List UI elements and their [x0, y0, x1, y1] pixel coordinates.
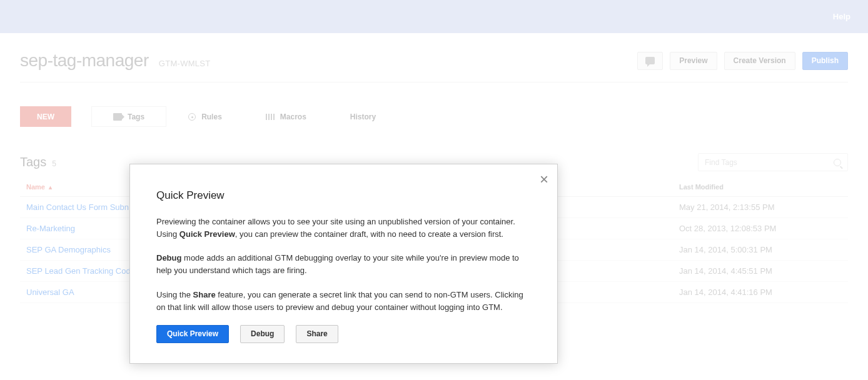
tab-rules-label: Rules	[201, 112, 222, 121]
tag-icon	[113, 113, 122, 121]
comments-button[interactable]	[637, 52, 663, 70]
help-link[interactable]: Help	[833, 12, 850, 21]
debug-button[interactable]: Debug	[240, 325, 285, 343]
tag-modified: Jan 14, 2014, 4:45:51 PM	[679, 266, 842, 276]
find-placeholder: Find Tags	[705, 158, 737, 167]
quick-preview-modal: × Quick Preview Previewing the container…	[129, 164, 558, 364]
title-group: sep-tag-manager GTM-WMLST	[20, 51, 211, 71]
col-name-label: Name	[26, 183, 45, 191]
share-button[interactable]: Share	[296, 325, 338, 343]
section-count: 5	[52, 159, 56, 168]
col-mod-header[interactable]: Last Modified	[679, 183, 842, 191]
tab-macros[interactable]: Macros	[244, 106, 328, 127]
tag-modified: Jan 14, 2014, 4:41:16 PM	[679, 288, 842, 297]
tag-modified: May 21, 2014, 2:13:55 PM	[679, 202, 842, 212]
section-title: Tags 5	[20, 155, 56, 169]
tag-modified: Oct 28, 2013, 12:08:53 PM	[679, 224, 842, 233]
page-title: sep-tag-manager	[20, 51, 149, 71]
modal-actions: Quick Preview Debug Share	[156, 325, 531, 343]
tab-history-label: History	[350, 112, 376, 121]
modal-para-1: Previewing the container allows you to s…	[156, 216, 531, 241]
tab-rules[interactable]: Rules	[166, 106, 244, 127]
header-row: sep-tag-manager GTM-WMLST Preview Create…	[20, 33, 848, 82]
find-tags-input[interactable]: Find Tags	[698, 153, 848, 171]
publish-button[interactable]: Publish	[802, 52, 848, 70]
building-icon	[266, 114, 275, 120]
tab-tags-label: Tags	[128, 112, 144, 121]
chevron-up-icon: ▴	[49, 184, 52, 191]
tab-macros-label: Macros	[280, 112, 306, 121]
modal-para-2: Debug mode adds an additional GTM debugg…	[156, 252, 531, 277]
section-title-text: Tags	[20, 155, 46, 169]
header-actions: Preview Create Version Publish	[637, 52, 848, 70]
create-version-button[interactable]: Create Version	[724, 52, 795, 70]
container-id: GTM-WMLST	[159, 59, 211, 68]
new-button[interactable]: NEW	[20, 106, 71, 127]
nav-tabs: NEW Tags Rules Macros History	[20, 82, 848, 127]
tab-tags[interactable]: Tags	[91, 106, 166, 127]
search-icon	[834, 159, 841, 166]
close-icon[interactable]: ×	[540, 171, 548, 188]
quick-preview-button[interactable]: Quick Preview	[156, 325, 229, 343]
modal-para-3: Using the Share feature, you can generat…	[156, 289, 531, 314]
speech-icon	[645, 57, 655, 64]
modal-body: Previewing the container allows you to s…	[156, 216, 531, 314]
tab-history[interactable]: History	[328, 106, 398, 127]
tag-modified: Jan 14, 2014, 5:00:31 PM	[679, 245, 842, 254]
top-bar: Help	[0, 0, 868, 33]
target-icon	[188, 113, 196, 121]
modal-title: Quick Preview	[156, 189, 531, 202]
preview-button[interactable]: Preview	[670, 52, 717, 70]
